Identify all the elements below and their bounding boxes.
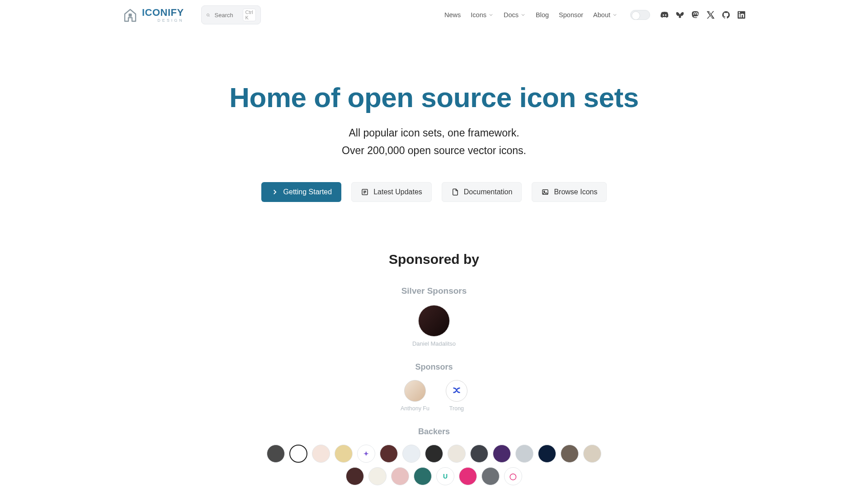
social-links <box>660 10 746 19</box>
search-icon <box>206 12 210 18</box>
sponsors-row: Anthony Fu Trong <box>122 380 746 412</box>
logo-text: iCONiFY DESIGN <box>142 8 184 23</box>
backers-label: Backers <box>122 427 746 436</box>
discord-icon[interactable] <box>660 10 669 19</box>
backer-avatar[interactable] <box>538 445 556 463</box>
cta-row: Getting Started Latest Updates Documenta… <box>122 182 746 202</box>
silver-sponsor-name: Daniel Madalitso <box>412 340 456 347</box>
nav-icons-label: Icons <box>471 11 486 19</box>
backer-avatar[interactable] <box>312 445 330 463</box>
backer-avatar[interactable] <box>459 467 477 485</box>
nav-news[interactable]: News <box>444 11 461 19</box>
browse-icons-button[interactable]: Browse Icons <box>532 182 607 202</box>
github-icon[interactable] <box>722 10 731 19</box>
header: iCONiFY DESIGN Ctrl K News Icons <box>122 3 746 27</box>
sponsor-name: Anthony Fu <box>401 405 429 412</box>
sponsor-avatar[interactable] <box>446 380 467 402</box>
nav-sponsor[interactable]: Sponsor <box>559 11 583 19</box>
mastodon-icon[interactable] <box>691 10 700 19</box>
logo-mark-icon <box>122 7 138 23</box>
backer-avatar[interactable] <box>368 467 387 485</box>
backers-line: ✦ <box>267 445 601 463</box>
svg-point-4 <box>544 191 545 192</box>
backer-avatar[interactable] <box>583 445 601 463</box>
backer-avatar[interactable]: U <box>436 467 454 485</box>
image-icon <box>541 188 549 196</box>
page-title: Home of open source icon sets <box>122 81 746 113</box>
search-input[interactable] <box>215 12 238 19</box>
chevron-down-icon <box>520 12 526 18</box>
backer-avatar[interactable] <box>414 467 432 485</box>
sponsors-heading: Sponsored by <box>122 252 746 267</box>
logo-text-main: iCONiFY <box>142 8 184 18</box>
latest-updates-label: Latest Updates <box>373 188 422 196</box>
latest-updates-button[interactable]: Latest Updates <box>351 182 432 202</box>
search-box[interactable]: Ctrl K <box>201 5 261 24</box>
backer-avatar[interactable] <box>470 445 488 463</box>
nav-docs[interactable]: Docs <box>504 11 526 19</box>
backer-avatar[interactable] <box>380 445 398 463</box>
silver-sponsors-label: Silver Sponsors <box>122 286 746 296</box>
svg-rect-0 <box>129 14 132 17</box>
svg-point-1 <box>207 14 209 16</box>
sponsors-label: Sponsors <box>122 362 746 372</box>
logo-text-sub: DESIGN <box>142 19 184 23</box>
backer-avatar[interactable] <box>402 445 420 463</box>
silver-sponsor: Daniel Madalitso <box>122 305 746 347</box>
list-icon <box>361 188 369 196</box>
sponsor-name: Trong <box>449 405 464 412</box>
theme-toggle[interactable] <box>630 10 650 20</box>
butterfly-icon[interactable] <box>675 10 684 19</box>
chevron-down-icon <box>612 12 618 18</box>
backer-avatar[interactable] <box>561 445 579 463</box>
backer-avatar[interactable] <box>425 445 443 463</box>
backer-avatar[interactable] <box>267 445 285 463</box>
backer-avatar[interactable] <box>346 467 364 485</box>
x-icon[interactable] <box>706 10 715 19</box>
backers-grid: ✦ U◯ <box>122 445 746 485</box>
main-nav: News Icons Docs Blog Sponsor About <box>444 11 618 19</box>
chevron-right-icon <box>271 188 279 196</box>
nav-docs-label: Docs <box>504 11 519 19</box>
sponsor-item: Anthony Fu <box>401 380 429 412</box>
file-icon <box>451 188 459 196</box>
backers-line: U◯ <box>346 467 522 485</box>
nav-blog[interactable]: Blog <box>536 11 549 19</box>
nav-about[interactable]: About <box>593 11 618 19</box>
silver-sponsor-avatar[interactable] <box>418 305 450 337</box>
sponsor-item: Trong <box>446 380 467 412</box>
nav-icons[interactable]: Icons <box>471 11 494 19</box>
documentation-label: Documentation <box>464 188 513 196</box>
browse-icons-label: Browse Icons <box>554 188 597 196</box>
documentation-button[interactable]: Documentation <box>442 182 522 202</box>
backer-avatar[interactable] <box>493 445 511 463</box>
nav-about-label: About <box>593 11 610 19</box>
backer-avatar[interactable]: ✦ <box>357 445 375 463</box>
backer-avatar[interactable] <box>515 445 533 463</box>
search-kbd: Ctrl K <box>243 9 256 21</box>
hero-sub2: Over 200,000 open source vector icons. <box>122 145 746 157</box>
getting-started-button[interactable]: Getting Started <box>261 182 342 202</box>
chevron-down-icon <box>488 12 494 18</box>
hero-sub1: All popular icon sets, one framework. <box>122 127 746 139</box>
backer-avatar[interactable] <box>391 467 409 485</box>
logo[interactable]: iCONiFY DESIGN <box>122 7 184 23</box>
backer-avatar[interactable] <box>335 445 353 463</box>
linkedin-icon[interactable] <box>737 10 746 19</box>
sponsor-avatar[interactable] <box>404 380 426 402</box>
backer-avatar[interactable] <box>448 445 466 463</box>
backer-avatar[interactable] <box>289 445 307 463</box>
sponsors-section: Sponsored by Silver Sponsors Daniel Mada… <box>122 252 746 485</box>
backer-avatar[interactable]: ◯ <box>504 467 522 485</box>
getting-started-label: Getting Started <box>283 188 332 196</box>
hero: Home of open source icon sets All popula… <box>122 81 746 202</box>
backer-avatar[interactable] <box>481 467 500 485</box>
